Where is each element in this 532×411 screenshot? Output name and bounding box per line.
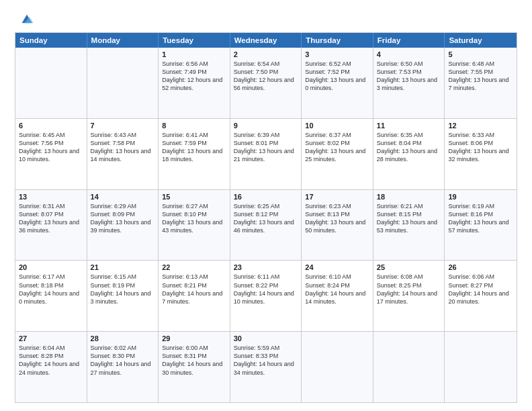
day-number: 25 bbox=[377, 263, 441, 271]
page: SundayMondayTuesdayWednesdayThursdayFrid… bbox=[0, 0, 532, 411]
calendar: SundayMondayTuesdayWednesdayThursdayFrid… bbox=[15, 32, 517, 403]
cal-cell: 22Sunrise: 6:13 AM Sunset: 8:21 PM Dayli… bbox=[159, 261, 230, 331]
cal-cell: 12Sunrise: 6:33 AM Sunset: 8:06 PM Dayli… bbox=[445, 119, 517, 189]
day-number: 27 bbox=[19, 334, 83, 342]
logo bbox=[15, 12, 34, 27]
cal-cell: 9Sunrise: 6:39 AM Sunset: 8:01 PM Daylig… bbox=[230, 119, 302, 189]
day-number: 7 bbox=[91, 122, 155, 130]
cal-cell: 10Sunrise: 6:37 AM Sunset: 8:02 PM Dayli… bbox=[302, 119, 373, 189]
day-number: 12 bbox=[448, 122, 513, 130]
day-number: 15 bbox=[162, 193, 226, 201]
cell-info: Sunrise: 6:10 AM Sunset: 8:24 PM Dayligh… bbox=[305, 273, 369, 306]
cal-cell: 5Sunrise: 6:48 AM Sunset: 7:55 PM Daylig… bbox=[445, 48, 517, 118]
cell-info: Sunrise: 6:48 AM Sunset: 7:55 PM Dayligh… bbox=[448, 60, 513, 93]
cell-info: Sunrise: 6:43 AM Sunset: 7:58 PM Dayligh… bbox=[91, 131, 155, 164]
cal-cell: 26Sunrise: 6:06 AM Sunset: 8:27 PM Dayli… bbox=[445, 261, 517, 331]
day-number: 22 bbox=[162, 263, 226, 271]
day-number: 18 bbox=[377, 193, 441, 201]
cell-info: Sunrise: 6:37 AM Sunset: 8:02 PM Dayligh… bbox=[305, 131, 369, 164]
cell-info: Sunrise: 6:15 AM Sunset: 8:19 PM Dayligh… bbox=[91, 273, 155, 306]
cal-cell: 17Sunrise: 6:23 AM Sunset: 8:13 PM Dayli… bbox=[302, 190, 373, 261]
calendar-header: SundayMondayTuesdayWednesdayThursdayFrid… bbox=[15, 33, 517, 48]
cal-cell: 6Sunrise: 6:45 AM Sunset: 7:56 PM Daylig… bbox=[15, 119, 87, 189]
day-number: 6 bbox=[19, 122, 83, 130]
day-number: 17 bbox=[305, 193, 369, 201]
day-number: 2 bbox=[234, 50, 298, 58]
cell-info: Sunrise: 6:31 AM Sunset: 8:07 PM Dayligh… bbox=[19, 202, 83, 235]
cal-cell: 3Sunrise: 6:52 AM Sunset: 7:52 PM Daylig… bbox=[302, 48, 373, 118]
day-number: 11 bbox=[377, 122, 441, 130]
day-number: 16 bbox=[234, 193, 298, 201]
cal-row: 27Sunrise: 6:04 AM Sunset: 8:28 PM Dayli… bbox=[15, 331, 517, 402]
day-number: 21 bbox=[91, 263, 155, 271]
cal-cell bbox=[87, 48, 159, 118]
cal-cell: 4Sunrise: 6:50 AM Sunset: 7:53 PM Daylig… bbox=[373, 48, 445, 118]
cal-cell: 16Sunrise: 6:25 AM Sunset: 8:12 PM Dayli… bbox=[230, 190, 302, 261]
day-number: 29 bbox=[162, 334, 226, 342]
cell-info: Sunrise: 6:35 AM Sunset: 8:04 PM Dayligh… bbox=[377, 131, 441, 164]
cal-header-cell: Friday bbox=[373, 33, 445, 48]
cal-cell: 25Sunrise: 6:08 AM Sunset: 8:25 PM Dayli… bbox=[373, 261, 445, 331]
cal-cell: 20Sunrise: 6:17 AM Sunset: 8:18 PM Dayli… bbox=[15, 261, 87, 331]
cell-info: Sunrise: 6:00 AM Sunset: 8:31 PM Dayligh… bbox=[162, 344, 226, 377]
cal-cell: 23Sunrise: 6:11 AM Sunset: 8:22 PM Dayli… bbox=[230, 261, 302, 331]
cal-cell: 18Sunrise: 6:21 AM Sunset: 8:15 PM Dayli… bbox=[373, 190, 445, 261]
cell-info: Sunrise: 6:54 AM Sunset: 7:50 PM Dayligh… bbox=[234, 60, 298, 93]
cal-header-cell: Monday bbox=[87, 33, 159, 48]
day-number: 28 bbox=[91, 334, 155, 342]
cal-cell: 21Sunrise: 6:15 AM Sunset: 8:19 PM Dayli… bbox=[87, 261, 159, 331]
cal-cell: 13Sunrise: 6:31 AM Sunset: 8:07 PM Dayli… bbox=[15, 190, 87, 261]
cell-info: Sunrise: 6:33 AM Sunset: 8:06 PM Dayligh… bbox=[448, 131, 513, 164]
cal-cell: 28Sunrise: 6:02 AM Sunset: 8:30 PM Dayli… bbox=[87, 332, 159, 402]
cal-row: 1Sunrise: 6:56 AM Sunset: 7:49 PM Daylig… bbox=[15, 48, 517, 118]
cell-info: Sunrise: 6:52 AM Sunset: 7:52 PM Dayligh… bbox=[305, 60, 369, 93]
cal-cell: 27Sunrise: 6:04 AM Sunset: 8:28 PM Dayli… bbox=[15, 332, 87, 402]
cal-header-cell: Saturday bbox=[445, 33, 517, 48]
cell-info: Sunrise: 6:25 AM Sunset: 8:12 PM Dayligh… bbox=[234, 202, 298, 235]
logo-icon bbox=[19, 12, 34, 27]
cell-info: Sunrise: 6:41 AM Sunset: 7:59 PM Dayligh… bbox=[162, 131, 226, 164]
cal-cell bbox=[302, 332, 373, 402]
header bbox=[15, 12, 517, 27]
cell-info: Sunrise: 6:17 AM Sunset: 8:18 PM Dayligh… bbox=[19, 273, 83, 306]
cal-cell: 7Sunrise: 6:43 AM Sunset: 7:58 PM Daylig… bbox=[87, 119, 159, 189]
cal-header-cell: Sunday bbox=[15, 33, 87, 48]
day-number: 3 bbox=[305, 50, 369, 58]
day-number: 26 bbox=[448, 263, 513, 271]
cal-cell: 14Sunrise: 6:29 AM Sunset: 8:09 PM Dayli… bbox=[87, 190, 159, 261]
cell-info: Sunrise: 6:27 AM Sunset: 8:10 PM Dayligh… bbox=[162, 202, 226, 235]
cal-cell: 8Sunrise: 6:41 AM Sunset: 7:59 PM Daylig… bbox=[159, 119, 230, 189]
cell-info: Sunrise: 6:21 AM Sunset: 8:15 PM Dayligh… bbox=[377, 202, 441, 235]
cal-cell: 29Sunrise: 6:00 AM Sunset: 8:31 PM Dayli… bbox=[159, 332, 230, 402]
day-number: 14 bbox=[91, 193, 155, 201]
cell-info: Sunrise: 6:19 AM Sunset: 8:16 PM Dayligh… bbox=[448, 202, 513, 235]
cal-cell bbox=[15, 48, 87, 118]
cal-row: 13Sunrise: 6:31 AM Sunset: 8:07 PM Dayli… bbox=[15, 189, 517, 261]
day-number: 23 bbox=[234, 263, 298, 271]
cal-row: 6Sunrise: 6:45 AM Sunset: 7:56 PM Daylig… bbox=[15, 118, 517, 189]
day-number: 5 bbox=[448, 50, 513, 58]
day-number: 8 bbox=[162, 122, 226, 130]
cal-header-cell: Wednesday bbox=[230, 33, 302, 48]
cell-info: Sunrise: 6:50 AM Sunset: 7:53 PM Dayligh… bbox=[377, 60, 441, 93]
cal-cell bbox=[373, 332, 445, 402]
day-number: 20 bbox=[19, 263, 83, 271]
cell-info: Sunrise: 6:29 AM Sunset: 8:09 PM Dayligh… bbox=[91, 202, 155, 235]
cell-info: Sunrise: 6:06 AM Sunset: 8:27 PM Dayligh… bbox=[448, 273, 513, 306]
day-number: 10 bbox=[305, 122, 369, 130]
cell-info: Sunrise: 6:02 AM Sunset: 8:30 PM Dayligh… bbox=[91, 344, 155, 377]
cell-info: Sunrise: 6:04 AM Sunset: 8:28 PM Dayligh… bbox=[19, 344, 83, 377]
cal-cell: 19Sunrise: 6:19 AM Sunset: 8:16 PM Dayli… bbox=[445, 190, 517, 261]
day-number: 13 bbox=[19, 193, 83, 201]
day-number: 1 bbox=[162, 50, 226, 58]
day-number: 9 bbox=[234, 122, 298, 130]
cell-info: Sunrise: 6:11 AM Sunset: 8:22 PM Dayligh… bbox=[234, 273, 298, 306]
cell-info: Sunrise: 5:59 AM Sunset: 8:33 PM Dayligh… bbox=[234, 344, 298, 377]
cal-header-cell: Thursday bbox=[302, 33, 373, 48]
cal-cell: 1Sunrise: 6:56 AM Sunset: 7:49 PM Daylig… bbox=[159, 48, 230, 118]
cell-info: Sunrise: 6:23 AM Sunset: 8:13 PM Dayligh… bbox=[305, 202, 369, 235]
cal-row: 20Sunrise: 6:17 AM Sunset: 8:18 PM Dayli… bbox=[15, 260, 517, 331]
calendar-body: 1Sunrise: 6:56 AM Sunset: 7:49 PM Daylig… bbox=[15, 48, 517, 402]
cal-cell: 30Sunrise: 5:59 AM Sunset: 8:33 PM Dayli… bbox=[230, 332, 302, 402]
cal-cell: 24Sunrise: 6:10 AM Sunset: 8:24 PM Dayli… bbox=[302, 261, 373, 331]
